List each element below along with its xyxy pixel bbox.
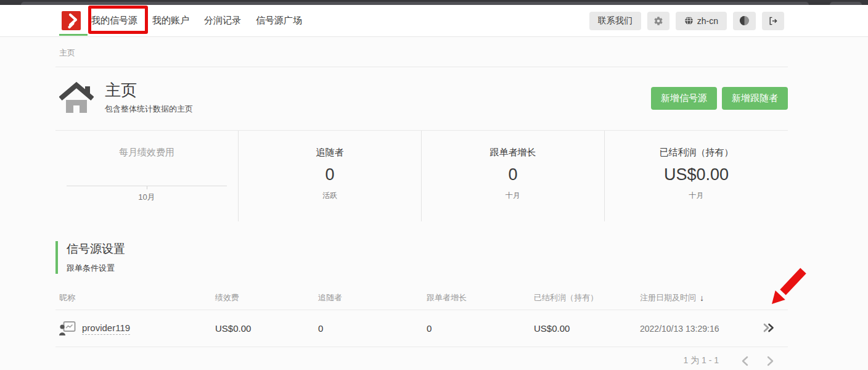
app-logo-icon[interactable] — [62, 11, 81, 30]
stat-title: 已结利润（持有） — [611, 147, 782, 158]
followers-cell: 0 — [318, 323, 427, 334]
pagination-summary: 1 为 1 - 1 — [683, 355, 719, 366]
stat-sub-label: 十月 — [428, 191, 598, 201]
header-buttons: 新增信号源 新增跟随者 — [651, 87, 788, 110]
logout-button[interactable] — [762, 12, 784, 30]
breadcrumb-current: 主页 — [59, 48, 75, 57]
pagination: 1 为 1 - 1 — [55, 355, 788, 366]
monthly-fee-chart: 10月 — [62, 186, 232, 203]
language-button[interactable]: zh-cn — [676, 12, 727, 30]
add-provider-button[interactable]: 新增信号源 — [651, 87, 717, 110]
settings-button[interactable] — [647, 12, 669, 30]
stat-monthly-fee: 每月绩效费用 10月 — [55, 131, 239, 221]
section-title: 信号源设置 — [67, 241, 788, 257]
performance-fee-cell: US$0.00 — [215, 323, 318, 334]
home-icon — [59, 81, 94, 115]
expand-row-button[interactable] — [763, 323, 775, 335]
top-navbar: 我的信号源 我的账户 分润记录 信号源广场 联系我们 zh-cn — [0, 5, 868, 37]
contact-us-button[interactable]: 联系我们 — [589, 12, 641, 30]
page-header: 主页 包含整体统计数据的主页 新增信号源 新增跟随者 — [55, 67, 788, 131]
prev-page-button[interactable] — [741, 356, 749, 366]
nickname-cell: provider119 — [55, 321, 215, 335]
providers-table: 昵称 绩效费 追随者 跟单者增长 已结利润（持有） 注册日期及时间 ↓ prov… — [55, 292, 788, 347]
page-subtitle: 包含整体统计数据的主页 — [105, 104, 193, 115]
active-nav-underline — [59, 34, 88, 36]
page-titles: 主页 包含整体统计数据的主页 — [105, 81, 193, 115]
page-content: 主页 主页 包含整体统计数据的主页 新增信号源 新增跟随者 每月绩效费用 10月… — [55, 37, 788, 366]
nav-item-profit-share[interactable]: 分润记录 — [197, 15, 248, 27]
table-header-row: 昵称 绩效费 追随者 跟单者增长 已结利润（持有） 注册日期及时间 ↓ — [55, 292, 788, 310]
breadcrumb: 主页 — [55, 37, 788, 67]
next-page-button[interactable] — [766, 356, 774, 366]
stat-sub-label: 活跃 — [245, 191, 415, 201]
nav-item-provider-plaza[interactable]: 信号源广场 — [248, 15, 309, 27]
stat-title: 每月绩效费用 — [62, 147, 232, 158]
stat-title: 跟单者增长 — [428, 147, 598, 158]
stat-followers: 追随者 0 活跃 — [239, 131, 422, 221]
stat-settled-profit: 已结利润（持有） US$0.00 十月 — [605, 131, 788, 221]
stats-row: 每月绩效费用 10月 追随者 0 活跃 跟单者增长 0 十月 已结利润（持有） … — [55, 131, 788, 221]
page-title: 主页 — [105, 81, 193, 100]
chevron-right-icon — [766, 356, 774, 366]
settled-profit-cell: US$0.00 — [534, 323, 640, 334]
chart-x-axis — [67, 186, 226, 186]
double-chevron-right-icon — [763, 323, 775, 333]
provider-avatar-icon — [59, 321, 76, 335]
stat-value: 0 — [245, 166, 415, 184]
stat-title: 追随者 — [245, 147, 415, 158]
provider-settings-section-header: 信号源设置 跟单条件设置 — [55, 241, 788, 274]
stat-value: 0 — [428, 166, 598, 184]
main-nav: 我的信号源 我的账户 分润记录 信号源广场 — [91, 15, 309, 27]
stat-copier-growth: 跟单者增长 0 十月 — [422, 131, 605, 221]
table-row: provider119 US$0.00 0 0 US$0.00 2022/10/… — [55, 310, 788, 347]
col-header-followers: 追随者 — [318, 292, 427, 303]
row-actions-cell — [763, 323, 788, 335]
chevron-left-icon — [741, 356, 749, 366]
chart-tick — [147, 186, 147, 189]
registered-date-cell: 2022/10/13 13:29:16 — [640, 324, 763, 334]
gear-icon — [653, 16, 663, 26]
col-header-registered-date[interactable]: 注册日期及时间 ↓ — [640, 292, 763, 303]
provider-name-link[interactable]: provider119 — [82, 323, 130, 335]
col-header-nickname: 昵称 — [55, 292, 215, 303]
col-header-performance-fee: 绩效费 — [215, 292, 318, 303]
language-label: zh-cn — [697, 16, 718, 26]
globe-icon — [684, 16, 694, 25]
stat-sub-label: 十月 — [611, 191, 782, 201]
col-header-copier-growth: 跟单者增长 — [427, 292, 534, 303]
logout-icon — [768, 16, 778, 26]
add-follower-button[interactable]: 新增跟随者 — [722, 87, 788, 110]
col-header-label: 注册日期及时间 — [640, 292, 696, 303]
section-subtitle: 跟单条件设置 — [67, 263, 788, 274]
contrast-icon — [739, 15, 750, 26]
col-header-settled-profit: 已结利润（持有） — [534, 292, 640, 303]
sort-desc-icon: ↓ — [700, 293, 704, 303]
copier-growth-cell: 0 — [427, 323, 534, 334]
browser-chrome-strip — [0, 0, 868, 5]
stat-value: US$0.00 — [611, 166, 782, 184]
nav-item-my-account[interactable]: 我的账户 — [145, 15, 197, 27]
theme-contrast-button[interactable] — [733, 12, 756, 30]
navbar-actions: 联系我们 zh-cn — [589, 12, 784, 30]
nav-item-my-providers[interactable]: 我的信号源 — [91, 15, 145, 27]
chart-x-label: 10月 — [62, 192, 232, 203]
